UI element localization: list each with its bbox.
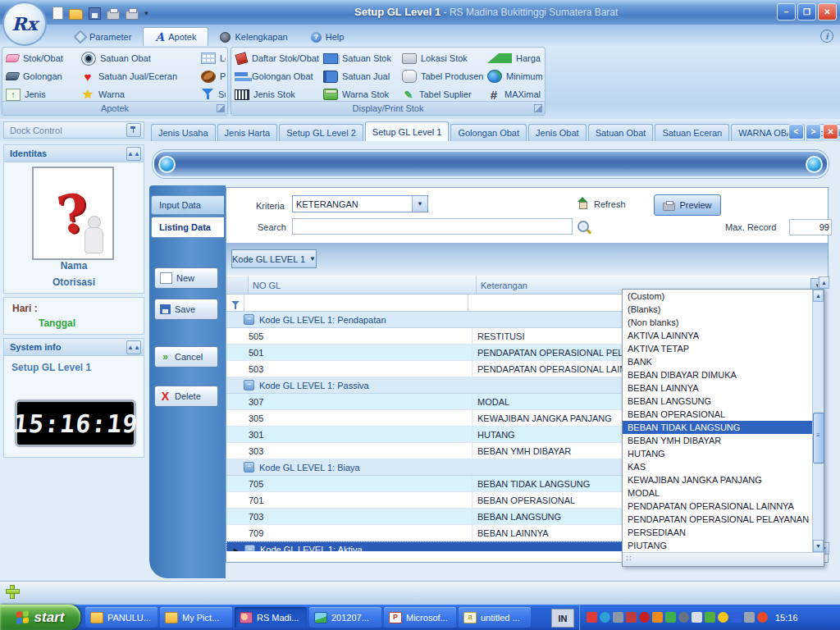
antivirus-v-icon[interactable] <box>757 612 768 623</box>
preview-button[interactable]: Preview <box>654 194 721 216</box>
filter-option-beban-ymh-dibayar[interactable]: BEBAN YMH DIBAYAR <box>623 434 824 447</box>
scheduler-icon[interactable] <box>692 612 702 623</box>
ribbon-item-satuan-jual-eceran[interactable]: ♥Satuan Jual/Eceran <box>81 70 201 83</box>
ribbon-item-produsen[interactable]: Produsen <box>201 71 226 83</box>
chevron-down-icon[interactable]: ▼ <box>412 196 427 212</box>
new-document-icon[interactable] <box>52 7 63 20</box>
search-icon[interactable] <box>578 221 589 232</box>
ribbon-item-tabel-produsen[interactable]: Tabel Produsen <box>402 70 487 83</box>
document-tab-golongan-obat[interactable]: Golongan Obat <box>450 124 527 141</box>
filter-option-beban-langsung[interactable]: BEBAN LANGSUNG <box>623 395 824 408</box>
dropdown-scrollbar[interactable]: ▲ ▼ <box>812 290 824 552</box>
ribbon-item-jenis-stok[interactable]: Jenis Stok <box>235 89 323 100</box>
ribbon-item-tabel-suplier[interactable]: ✎Tabel Suplier <box>402 88 487 101</box>
signature-red-icon[interactable] <box>587 612 597 623</box>
document-tab-setup-gl-level-2[interactable]: Setup GL Level 2 <box>279 124 363 141</box>
ribbon-item-suplier[interactable]: Suplier <box>201 88 226 101</box>
column-header-no-gl[interactable]: NO GL <box>249 276 477 294</box>
network-error-icon[interactable] <box>613 612 623 623</box>
collapse-chevron-icon[interactable]: ▲▲ <box>126 340 141 354</box>
document-tab-setup-gl-level-1[interactable]: Setup GL Level 1 <box>365 121 450 141</box>
document-tab-jenis-obat[interactable]: Jenis Obat <box>528 124 587 141</box>
filter-option-hutang[interactable]: HUTANG <box>623 447 824 460</box>
network-x-icon[interactable] <box>626 612 637 623</box>
filter-cell[interactable] <box>244 294 468 311</box>
filter-option-beban-lainnya[interactable]: BEBAN LAINNYA <box>623 381 824 395</box>
cancel-button[interactable]: »Cancel <box>154 346 218 368</box>
package-icon[interactable] <box>705 612 715 623</box>
open-folder-icon[interactable] <box>69 9 83 20</box>
minimize-button[interactable]: – <box>777 3 796 21</box>
filter-option-bank[interactable]: BANK <box>623 355 824 368</box>
task-button-rs-madi[interactable]: RS Madi... <box>235 607 307 628</box>
filter-option-beban-dibayar-dimuka[interactable]: BEBAN DIBAYAR DIMUKA <box>623 368 824 381</box>
info-icon[interactable]: i <box>820 30 833 43</box>
kriteria-select[interactable]: KETERANGAN ▼ <box>292 195 428 212</box>
identitas-header[interactable]: Identitas ▲▲ <box>4 145 144 162</box>
filter-option-beban-tidak-langsung[interactable]: BEBAN TIDAK LANGSUNG <box>623 421 824 434</box>
document-tab-satuan-obat[interactable]: Satuan Obat <box>588 124 654 141</box>
ribbon-item-lokasi[interactable]: Lokasi <box>201 52 226 64</box>
toolbar-options-icon[interactable]: ▾ <box>144 9 148 17</box>
task-button-untitled[interactable]: auntitled ... <box>459 607 531 628</box>
save-icon[interactable] <box>89 7 101 20</box>
ribbon-item-warna-stok[interactable]: Warna Stok <box>323 89 402 100</box>
filter-option-persediaan[interactable]: PERSEDIAAN <box>623 526 824 539</box>
scroll-tabs-right-button[interactable]: > <box>806 124 821 139</box>
ribbon-item-golongan-obat[interactable]: Golongan Obat <box>235 71 323 81</box>
close-button[interactable]: ✕ <box>818 3 837 21</box>
ribbon-item-warna[interactable]: ★Warna <box>81 88 201 101</box>
language-indicator[interactable]: IN <box>551 609 574 628</box>
download-globe-icon[interactable] <box>600 612 610 623</box>
scrollbar-thumb[interactable] <box>813 413 824 463</box>
filter-option-pendapatan-operasional-pelayanan-pasien[interactable]: PENDAPATAN OPERASIONAL PELAYANAN PASIEN <box>623 513 824 526</box>
search-input[interactable] <box>292 218 573 235</box>
scroll-up-icon[interactable]: ▲ <box>813 290 824 302</box>
collapse-icon[interactable]: − <box>244 462 254 472</box>
start-button[interactable]: start <box>0 605 80 630</box>
ribbon-item-jenis[interactable]: ↑Jenis <box>6 89 81 101</box>
filter-option-blanks[interactable]: (Blanks) <box>623 303 824 316</box>
ribbon-item-golongan[interactable]: Golongan <box>6 70 81 83</box>
nvidia-icon[interactable] <box>665 612 676 623</box>
ribbon-item-daftar-stok-obat[interactable]: Daftar Stok/Obat <box>235 52 323 65</box>
dialog-launcher-icon[interactable] <box>217 104 225 112</box>
document-tab-satuan-eceran[interactable]: Satuan Eceran <box>655 124 729 141</box>
task-button-my-pict[interactable]: My Pict... <box>160 607 232 628</box>
document-tab-jenis-harta[interactable]: Jenis Harta <box>217 124 278 141</box>
print-2-icon[interactable] <box>126 11 139 20</box>
filter-option-piutang[interactable]: PIUTANG <box>623 539 824 552</box>
save-button[interactable]: Save <box>154 299 218 320</box>
refresh-label[interactable]: Refresh <box>594 199 626 209</box>
scroll-tabs-left-button[interactable]: < <box>788 124 804 139</box>
volume-icon[interactable] <box>652 612 663 623</box>
collapse-icon[interactable]: − <box>244 314 254 325</box>
ribbon-item-stok-obat[interactable]: Stok/Obat <box>6 52 81 65</box>
ribbon-tab-apotek[interactable]: AApotek <box>143 27 208 46</box>
task-button-201207[interactable]: 201207... <box>309 607 381 628</box>
pin-icon[interactable] <box>126 123 141 137</box>
document-tab-jenis-usaha[interactable]: Jenis Usaha <box>151 124 216 141</box>
filter-option-aktiva-tetap[interactable]: AKTIVA TETAP <box>623 342 824 355</box>
collapse-chevron-icon[interactable]: ▲▲ <box>126 147 141 161</box>
new-button[interactable]: New <box>154 267 218 289</box>
shield-red-icon[interactable] <box>639 612 650 623</box>
filter-option-aktiva-lainnya[interactable]: AKTIVA LAINNYA <box>623 329 824 342</box>
ribbon-item-satuan-obat[interactable]: Satuan Obat <box>81 52 201 66</box>
add-icon[interactable] <box>6 585 20 599</box>
print-icon[interactable] <box>107 11 120 20</box>
ribbon-item-satuan-stok[interactable]: Satuan Stok <box>323 53 402 64</box>
restore-button[interactable]: ❐ <box>797 3 816 21</box>
filter-option-kas[interactable]: KAS <box>623 460 824 473</box>
close-tab-button[interactable]: ✕ <box>823 124 838 139</box>
filter-option-pendapatan-operasional-lainnya[interactable]: PENDAPATAN OPERASIONAL LAINNYA <box>623 500 824 513</box>
delete-button[interactable]: XDelete <box>154 386 218 407</box>
collapse-icon[interactable]: − <box>244 380 254 390</box>
ribbon-item-minimum-stok[interactable]: Minimum Stok <box>487 70 543 83</box>
refresh-icon[interactable] <box>577 197 589 208</box>
ribbon-item-lokasi-stok[interactable]: Lokasi Stok <box>402 53 487 64</box>
ribbon-tab-help[interactable]: ?Help <box>299 28 356 46</box>
display-icon[interactable] <box>744 612 755 623</box>
ribbon-tab-parameter[interactable]: Parameter <box>64 28 143 46</box>
ribbon-item-harga-obat[interactable]: Harga Obat <box>487 53 543 63</box>
